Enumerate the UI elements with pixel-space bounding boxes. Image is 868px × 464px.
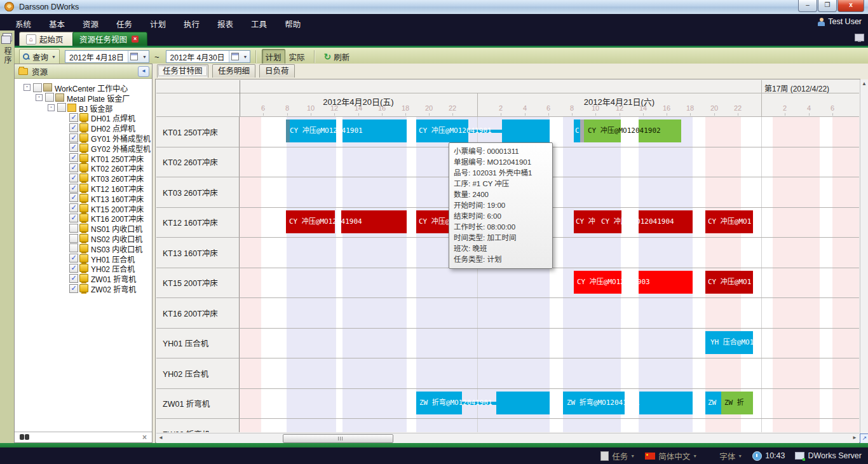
- tree-expander-icon[interactable]: -: [36, 94, 43, 101]
- minimize-button[interactable]: –: [798, 0, 817, 12]
- date-from-picker-button[interactable]: ▼: [128, 51, 149, 62]
- vertical-scrollbar[interactable]: ▲ ▼: [860, 79, 868, 442]
- tree-checkbox[interactable]: ✓: [69, 214, 78, 222]
- plan-toggle-button[interactable]: 计划: [262, 49, 285, 65]
- find-icon[interactable]: [20, 434, 24, 440]
- popout-corner-button[interactable]: ↗: [860, 433, 868, 444]
- menu-item-系统[interactable]: 系统: [6, 14, 40, 31]
- tree-checkbox[interactable]: ✓: [69, 113, 78, 122]
- tree-item[interactable]: ✓DH01 点焊机: [15, 112, 152, 122]
- subtab-日负荷[interactable]: 日负荷: [259, 64, 295, 78]
- date-from-field[interactable]: 2012年 4月18日 ▼: [65, 50, 149, 63]
- tree-item[interactable]: ✓DH02 点焊机: [15, 122, 152, 132]
- tab-close-icon[interactable]: ×: [132, 36, 139, 43]
- tree-item[interactable]: ✓KT01 250T冲床: [15, 153, 152, 163]
- gantt-bar-segment[interactable]: [639, 392, 693, 414]
- statusbar-item-10:43[interactable]: 10:43: [752, 451, 785, 461]
- horizontal-scrollbar[interactable]: ◄ ►: [156, 433, 859, 443]
- restore-button[interactable]: ❐: [818, 0, 837, 12]
- statusbar-item-DWorks Server[interactable]: DWorks Server: [795, 451, 862, 460]
- refresh-label: 刷新: [334, 51, 349, 63]
- tree-item[interactable]: ✓GY02 外桶成型机: [15, 142, 152, 153]
- tab-resource-task-view[interactable]: 资源任务视图 ×: [72, 32, 147, 46]
- tree-checkbox[interactable]: ✓: [69, 203, 78, 212]
- subtab-任务明细[interactable]: 任务明细: [212, 64, 255, 78]
- tree-checkbox[interactable]: [33, 83, 42, 92]
- tree-checkbox[interactable]: ✓: [69, 163, 78, 172]
- statusbar-item-简体中文[interactable]: 简体中文▼: [645, 450, 697, 462]
- tree-item[interactable]: ✓KT15 200T冲床: [15, 203, 152, 213]
- tree-checkbox[interactable]: ✓: [69, 184, 78, 193]
- tree-expander-icon[interactable]: -: [24, 84, 31, 91]
- tree-item[interactable]: ✓KT16 200T冲床: [15, 212, 152, 222]
- tree-checkbox[interactable]: [69, 234, 78, 243]
- tree-checkbox[interactable]: ✓: [69, 133, 78, 142]
- menu-item-任务[interactable]: 任务: [107, 14, 141, 31]
- tree-checkbox[interactable]: [69, 243, 78, 252]
- menu-item-执行[interactable]: 执行: [175, 14, 208, 31]
- search-button[interactable]: 查询 ▼: [19, 49, 60, 65]
- tree-item[interactable]: ✓YH01 压合机: [15, 253, 152, 263]
- tree-checkbox[interactable]: ✓: [69, 174, 78, 182]
- program-panel-icon[interactable]: [3, 33, 12, 41]
- menu-item-计划[interactable]: 计划: [141, 14, 175, 31]
- menu-item-报表[interactable]: 报表: [208, 14, 242, 31]
- monitor-icon[interactable]: [855, 34, 864, 41]
- subtab-任务甘特图[interactable]: 任务甘特图: [157, 64, 208, 78]
- tree-checkbox[interactable]: ✓: [69, 193, 78, 202]
- scroll-right-icon[interactable]: ►: [852, 435, 857, 440]
- find-close-icon[interactable]: ×: [142, 433, 147, 442]
- tree-item[interactable]: ✓YH02 压合机: [15, 263, 152, 273]
- tree-checkbox[interactable]: ✓: [69, 254, 78, 263]
- menu-item-基本[interactable]: 基本: [40, 14, 74, 31]
- date-to-picker-button[interactable]: ▼: [229, 51, 250, 62]
- tree-item[interactable]: ✓ZW01 折弯机: [15, 273, 152, 283]
- calendar-icon: [231, 53, 239, 60]
- panel-collapse-button[interactable]: ◄: [138, 66, 149, 77]
- tab-home[interactable]: ⌂ 起始页: [19, 32, 75, 46]
- caret-down-icon[interactable]: ▼: [738, 454, 742, 458]
- tree-checkbox[interactable]: ✓: [69, 143, 78, 152]
- tree-checkbox[interactable]: [57, 103, 66, 112]
- tree-expander-icon[interactable]: -: [48, 104, 55, 111]
- program-strip-label[interactable]: 程序: [2, 47, 13, 65]
- gantt-bar-handle[interactable]: [580, 119, 584, 142]
- search-caret-icon[interactable]: ▼: [51, 55, 56, 59]
- tree-checkbox[interactable]: [45, 93, 54, 102]
- tree-item[interactable]: ✓KT13 160T冲床: [15, 193, 152, 203]
- date-to-field[interactable]: 2012年 4月30日 ▼: [166, 50, 250, 63]
- tree-item[interactable]: NS02 内收口机: [15, 233, 152, 243]
- tree-checkbox[interactable]: ✓: [69, 274, 78, 283]
- user-box[interactable]: Test User: [818, 17, 862, 26]
- tree-item[interactable]: -WorkCenter 工作中心: [15, 82, 152, 92]
- tree-item[interactable]: ✓KT12 160T冲床: [15, 182, 152, 193]
- close-button[interactable]: x: [837, 0, 864, 12]
- statusbar-item-字体[interactable]: 字体▼: [707, 450, 742, 462]
- tree-item[interactable]: NS03 内收口机: [15, 243, 152, 253]
- tree-item[interactable]: ✓KT02 260T冲床: [15, 162, 152, 172]
- menu-item-帮助[interactable]: 帮助: [276, 14, 309, 31]
- tree-item[interactable]: ✓GY01 外桶成型机: [15, 132, 152, 142]
- tree-checkbox[interactable]: [69, 224, 78, 233]
- scroll-left-icon[interactable]: ◄: [158, 435, 163, 440]
- horizontal-scrollbar-thumb[interactable]: [283, 434, 393, 443]
- tree-checkbox[interactable]: ✓: [69, 123, 78, 132]
- tree-item[interactable]: NS01 内收口机: [15, 222, 152, 233]
- tree-item[interactable]: -Metal Plate 钣金厂: [15, 92, 152, 102]
- tree-item[interactable]: -BJ 钣金部: [15, 102, 152, 113]
- gantt-bar-segment[interactable]: [502, 119, 550, 142]
- tree-checkbox[interactable]: ✓: [69, 284, 78, 293]
- tree-item[interactable]: ✓KT03 260T冲床: [15, 172, 152, 182]
- statusbar-item-任务[interactable]: 任务▼: [600, 450, 635, 462]
- scroll-up-icon[interactable]: ▲: [862, 81, 867, 86]
- tree-item[interactable]: ✓ZW02 折弯机: [15, 283, 152, 293]
- tree-checkbox[interactable]: ✓: [69, 264, 78, 273]
- menu-item-工具[interactable]: 工具: [242, 14, 276, 31]
- caret-down-icon[interactable]: ▼: [693, 454, 697, 458]
- tree-checkbox[interactable]: ✓: [69, 153, 78, 162]
- refresh-button[interactable]: ↻ 刷新: [320, 49, 354, 65]
- menu-item-资源[interactable]: 资源: [74, 14, 107, 31]
- actual-toggle-button[interactable]: 实际: [285, 49, 309, 65]
- gantt-bar-segment[interactable]: [496, 392, 550, 414]
- caret-down-icon[interactable]: ▼: [630, 454, 635, 458]
